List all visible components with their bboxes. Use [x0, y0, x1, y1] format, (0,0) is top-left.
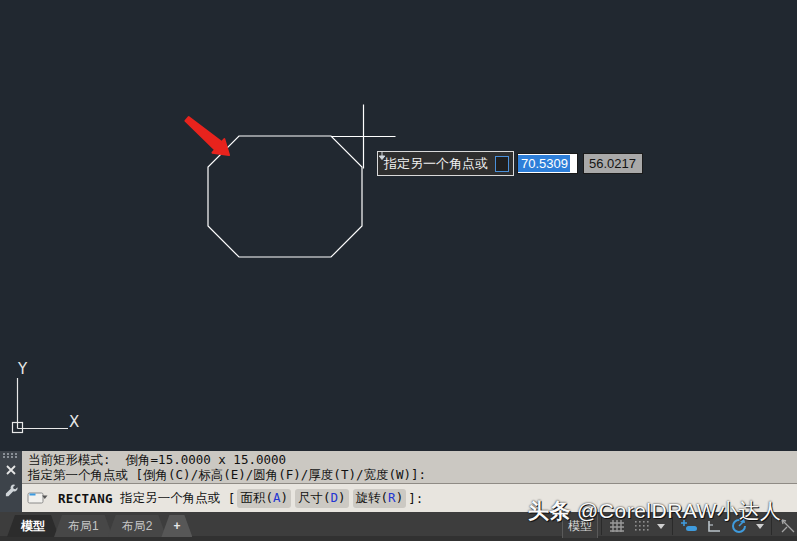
add-layout-button[interactable]: + — [161, 515, 192, 537]
watermark-prefix: 头条 — [528, 499, 571, 522]
active-prompt: 指定另一个角点或 — [113, 490, 228, 507]
tab-layout2[interactable]: 布局2 — [108, 515, 167, 537]
command-line-grip-strip — [0, 451, 22, 512]
dynamic-input-prompt-text: 指定另一个角点或 — [384, 155, 488, 173]
wrench-icon[interactable] — [4, 483, 19, 498]
active-command-name: RECTANG — [58, 491, 113, 506]
drawing-canvas[interactable]: Y X 指定另一个角点或 70.5309 56.0217 — [0, 0, 797, 451]
watermark: 头条@CorelDRAW小达人 — [528, 497, 781, 525]
command-customize-icon[interactable] — [27, 491, 51, 505]
layout-tabs: 模型 布局1 布局2 + — [12, 515, 192, 537]
ucs-x-label: X — [69, 413, 79, 431]
history-line: 指定第一个角点或 [倒角(C)/标高(E)/圆角(F)/厚度(T)/宽度(W)]… — [28, 467, 426, 482]
drawing-layer: Y X — [0, 0, 797, 451]
bracket: ]: — [408, 491, 423, 506]
down-arrow-key-icon[interactable] — [495, 156, 509, 172]
tab-model[interactable]: 模型 — [7, 515, 59, 537]
autocad-window: { "colors": { "canvas_bg": "#212830", "l… — [0, 0, 797, 541]
option-rotation-chip[interactable]: 旋转(R) — [353, 489, 407, 508]
dynamic-input-width-field[interactable]: 70.5309 — [517, 153, 578, 174]
dynamic-input-prompt: 指定另一个角点或 — [377, 151, 514, 176]
ucs-icon: Y X — [13, 360, 80, 433]
close-icon[interactable] — [6, 465, 16, 475]
tab-layout1[interactable]: 布局1 — [54, 515, 113, 537]
command-history: 当前矩形模式: 倒角=15.0000 x 15.0000 指定第一个角点或 [倒… — [22, 451, 797, 483]
history-line: 当前矩形模式: 倒角=15.0000 x 15.0000 — [28, 452, 286, 467]
drag-grip-icon[interactable] — [3, 453, 19, 458]
selected-value: 70.5309 — [518, 155, 570, 172]
value: 56.0217 — [589, 156, 636, 171]
red-arrow — [185, 117, 229, 155]
bracket: [ — [228, 491, 236, 506]
option-dimensions-chip[interactable]: 尺寸(D) — [295, 489, 349, 508]
option-area-chip[interactable]: 面积(A) — [237, 489, 291, 508]
dynamic-input-height-field[interactable]: 56.0217 — [583, 153, 643, 174]
chamfered-rectangle — [208, 136, 362, 257]
watermark-handle: @CorelDRAW小达人 — [577, 499, 781, 522]
ucs-y-label: Y — [17, 360, 28, 378]
